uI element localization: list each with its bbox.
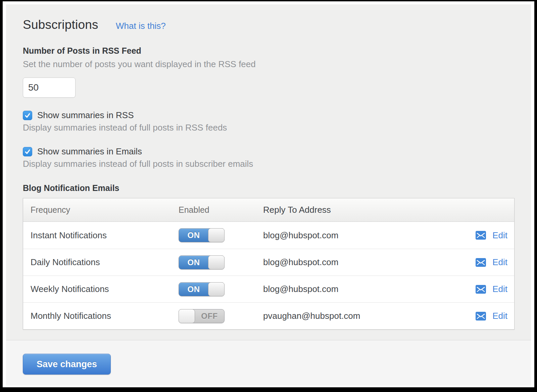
frequency-cell: Instant Notifications	[23, 230, 179, 241]
posts-count-input[interactable]	[23, 78, 76, 98]
table-row: Daily Notifications ON blog@hubspot.com …	[23, 249, 514, 276]
show-summaries-emails-checkbox-row[interactable]: Show summaries in Emails	[23, 146, 142, 157]
frequency-cell: Monthly Notifications	[23, 311, 179, 321]
checkmark-icon	[24, 148, 31, 155]
envelope-icon[interactable]	[476, 231, 486, 240]
subscriptions-panel: Subscriptions What is this? Number of Po…	[6, 4, 531, 340]
toggle-knob[interactable]	[208, 255, 225, 270]
envelope-icon[interactable]	[476, 258, 486, 267]
frequency-cell: Daily Notifications	[23, 257, 179, 267]
show-summaries-emails-description: Display summaries instead of full posts …	[23, 159, 253, 169]
toggle-state-label: ON	[179, 283, 208, 296]
reply-to-cell: blog@hubspot.com	[263, 257, 460, 267]
checkbox-checked-icon[interactable]	[23, 147, 32, 156]
column-header-reply-to: Reply To Address	[263, 205, 460, 215]
checkmark-icon	[24, 112, 31, 119]
reply-to-cell: blog@hubspot.com	[263, 230, 460, 241]
toggle-state-label: ON	[179, 256, 208, 269]
what-is-this-link[interactable]: What is this?	[116, 21, 166, 31]
toggle-knob[interactable]	[208, 228, 225, 242]
reply-to-cell: blog@hubspot.com	[263, 284, 460, 294]
reply-to-cell: pvaughan@hubspot.com	[263, 311, 460, 321]
toggle-state-label: OFF	[195, 309, 224, 323]
edit-link[interactable]: Edit	[492, 311, 507, 321]
enabled-toggle[interactable]: ON	[179, 282, 225, 296]
envelope-icon[interactable]	[476, 285, 486, 294]
blog-notification-emails-heading: Blog Notification Emails	[23, 183, 119, 193]
rss-posts-description: Set the number of posts you want display…	[23, 59, 256, 69]
envelope-icon[interactable]	[476, 312, 486, 321]
footer-bar: Save changes	[6, 340, 531, 386]
save-changes-button[interactable]: Save changes	[23, 354, 111, 375]
rss-posts-heading: Number of Posts in RSS Feed	[23, 46, 141, 56]
edit-link[interactable]: Edit	[492, 284, 507, 294]
column-header-frequency: Frequency	[23, 205, 179, 215]
table-row: Monthly Notifications OFF pvaughan@hubsp…	[23, 302, 514, 329]
show-summaries-rss-description: Display summaries instead of full posts …	[23, 122, 227, 133]
show-summaries-emails-label: Show summaries in Emails	[37, 146, 142, 157]
window-frame: Subscriptions What is this? Number of Po…	[3, 1, 534, 387]
frequency-cell: Weekly Notifications	[23, 284, 179, 294]
table-body: Instant Notifications ON blog@hubspot.co…	[23, 222, 514, 329]
toggle-knob[interactable]	[208, 282, 225, 296]
enabled-toggle[interactable]: ON	[179, 255, 225, 270]
toggle-knob[interactable]	[179, 309, 195, 323]
edit-link[interactable]: Edit	[492, 230, 507, 241]
page-title: Subscriptions	[23, 18, 98, 32]
show-summaries-rss-checkbox-row[interactable]: Show summaries in RSS	[23, 110, 134, 120]
enabled-toggle[interactable]: ON	[179, 228, 225, 242]
column-header-enabled: Enabled	[179, 205, 263, 215]
toggle-state-label: ON	[179, 229, 208, 242]
table-header-row: Frequency Enabled Reply To Address	[23, 198, 514, 222]
edit-link[interactable]: Edit	[492, 257, 507, 267]
show-summaries-rss-label: Show summaries in RSS	[37, 110, 134, 120]
table-row: Instant Notifications ON blog@hubspot.co…	[23, 222, 514, 249]
notifications-table: Frequency Enabled Reply To Address Insta…	[23, 198, 515, 330]
checkbox-checked-icon[interactable]	[23, 111, 32, 120]
enabled-toggle[interactable]: OFF	[179, 309, 225, 323]
table-row: Weekly Notifications ON blog@hubspot.com…	[23, 276, 514, 302]
